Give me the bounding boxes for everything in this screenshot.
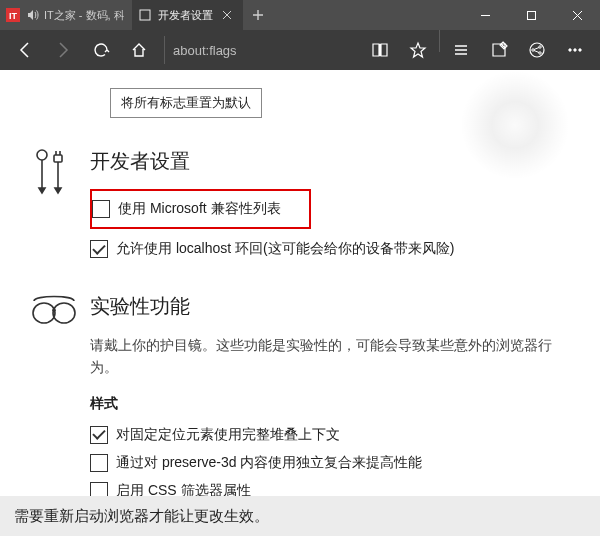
svg-rect-2 (140, 10, 150, 20)
webnote-button[interactable] (480, 30, 518, 70)
compat-list-option[interactable]: 使用 Microsoft 兼容性列表 (92, 195, 281, 223)
home-button[interactable] (120, 30, 158, 70)
new-tab-button[interactable] (243, 0, 273, 30)
checkbox-icon (90, 454, 108, 472)
developer-heading: 开发者设置 (90, 148, 570, 175)
option-label: 允许使用 localhost 环回(这可能会给你的设备带来风险) (116, 240, 454, 258)
svg-point-14 (53, 303, 75, 323)
forward-button[interactable] (44, 30, 82, 70)
experiments-section: 实验性功能 请戴上你的护目镜。这些功能是实验性的，可能会导致某些意外的浏览器行为… (30, 293, 570, 496)
developer-icon (30, 148, 90, 263)
experiment-option[interactable]: 启用 CSS 筛选器属性 (90, 477, 570, 496)
option-label: 通过对 preserve-3d 内容使用独立复合来提高性能 (116, 454, 422, 472)
experiments-heading: 实验性功能 (90, 293, 570, 320)
tab-title: 开发者设置 (158, 8, 213, 23)
sound-icon (26, 8, 40, 22)
tab-title: IT之家 - 数码, 科技, 生 (44, 8, 124, 23)
checkbox-icon (92, 200, 110, 218)
close-window-button[interactable] (554, 0, 600, 30)
svg-point-6 (539, 46, 541, 48)
address-bar[interactable]: about:flags (164, 36, 361, 64)
hub-button[interactable] (442, 30, 480, 70)
settings-page-icon (138, 8, 152, 22)
styles-heading: 样式 (90, 395, 570, 413)
restart-notification-bar: 需要重新启动浏览器才能让更改生效。 (0, 496, 600, 536)
compat-highlight-box: 使用 Microsoft 兼容性列表 (90, 189, 311, 229)
maximize-button[interactable] (508, 0, 554, 30)
svg-rect-3 (527, 11, 535, 19)
svg-point-10 (579, 49, 581, 51)
option-label: 使用 Microsoft 兼容性列表 (118, 200, 281, 218)
back-button[interactable] (6, 30, 44, 70)
svg-text:IT: IT (9, 11, 18, 21)
background-tab[interactable]: IT IT之家 - 数码, 科技, 生 (0, 0, 132, 30)
svg-point-11 (37, 150, 47, 160)
checkbox-checked-icon (90, 240, 108, 258)
experiment-option[interactable]: 对固定定位元素使用完整堆叠上下文 (90, 421, 570, 449)
svg-point-8 (569, 49, 571, 51)
address-text: about:flags (173, 43, 237, 58)
reset-flags-button[interactable]: 将所有标志重置为默认 (110, 88, 262, 118)
svg-point-9 (574, 49, 576, 51)
ithome-favicon: IT (6, 8, 20, 22)
svg-point-13 (33, 303, 55, 323)
page-content: 将所有标志重置为默认 开发者设置 使用 Microsoft 兼容性列表 (0, 70, 600, 496)
localhost-option[interactable]: 允许使用 localhost 环回(这可能会给你的设备带来风险) (90, 235, 570, 263)
option-label: 对固定定位元素使用完整堆叠上下文 (116, 426, 340, 444)
svg-point-7 (539, 52, 541, 54)
active-tab[interactable]: 开发者设置 (132, 0, 243, 30)
title-bar: IT IT之家 - 数码, 科技, 生 开发者设置 (0, 0, 600, 30)
more-button[interactable] (556, 30, 594, 70)
experiment-option[interactable]: 通过对 preserve-3d 内容使用独立复合来提高性能 (90, 449, 570, 477)
goggles-icon (30, 293, 90, 496)
minimize-button[interactable] (462, 0, 508, 30)
refresh-button[interactable] (82, 30, 120, 70)
developer-section: 开发者设置 使用 Microsoft 兼容性列表 允许使用 localhost … (30, 148, 570, 263)
checkbox-checked-icon (90, 426, 108, 444)
window-controls (462, 0, 600, 30)
option-label: 启用 CSS 筛选器属性 (116, 482, 251, 496)
toolbar-separator (439, 30, 440, 52)
svg-point-5 (532, 49, 534, 51)
favorites-button[interactable] (399, 30, 437, 70)
reading-view-button[interactable] (361, 30, 399, 70)
share-button[interactable] (518, 30, 556, 70)
experiments-description: 请戴上你的护目镜。这些功能是实验性的，可能会导致某些意外的浏览器行为。 (90, 334, 570, 379)
restart-text: 需要重新启动浏览器才能让更改生效。 (14, 507, 269, 526)
checkbox-icon (90, 482, 108, 496)
svg-rect-12 (54, 155, 62, 162)
close-tab-button[interactable] (219, 7, 235, 23)
navigation-toolbar: about:flags (0, 30, 600, 70)
